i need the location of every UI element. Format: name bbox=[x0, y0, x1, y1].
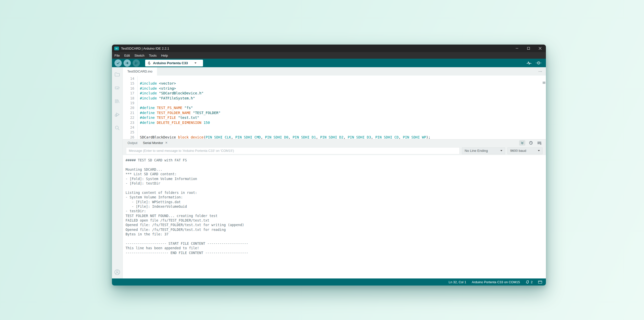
bell-icon bbox=[526, 280, 529, 284]
tab-output[interactable]: Output bbox=[126, 139, 139, 146]
usb-icon bbox=[148, 61, 151, 65]
chevron-down-icon bbox=[538, 150, 540, 151]
line-number: 18 bbox=[123, 96, 138, 101]
line-number: 23 bbox=[123, 120, 138, 125]
clear-output-icon bbox=[537, 141, 542, 145]
code-line[interactable]: 15#include <vector> bbox=[123, 81, 546, 86]
serial-plotter-button[interactable] bbox=[526, 61, 532, 65]
code-editor[interactable]: 14 15#include <vector>16#include <string… bbox=[123, 76, 546, 139]
code-line[interactable]: 23#define DELETE_FILE_DIMENSION 150 bbox=[123, 120, 546, 125]
code-line[interactable]: 21#define TEST_FOLDER_NAME "TEST_FOLDER" bbox=[123, 111, 546, 115]
sidebar-item-sketchbook[interactable] bbox=[114, 71, 120, 78]
serial-output-line: - System Volume Information: bbox=[126, 195, 546, 199]
board-port-status[interactable]: Arduino Portenta C33 on COM15 bbox=[472, 280, 520, 284]
close-button[interactable] bbox=[534, 45, 546, 52]
code-line[interactable]: 19 bbox=[123, 101, 546, 105]
code-line[interactable]: 17#include "SDCardBlockDevice.h" bbox=[123, 91, 546, 96]
activity-sidebar bbox=[112, 67, 123, 278]
sidebar-item-debug[interactable] bbox=[114, 111, 120, 118]
verify-icon bbox=[116, 61, 120, 65]
timestamp-toggle-button[interactable] bbox=[528, 140, 534, 146]
tab-serial-monitor[interactable]: Serial Monitor ✕ bbox=[141, 139, 169, 147]
editor-more-actions-button[interactable]: ⋯ bbox=[538, 67, 546, 76]
serial-monitor-icon bbox=[535, 61, 542, 65]
line-number: 14 bbox=[123, 76, 138, 81]
baud-rate-select[interactable]: 9600 baud bbox=[507, 147, 543, 154]
maximize-button[interactable] bbox=[523, 45, 534, 52]
serial-output-line: - [Fold]: testDir bbox=[126, 181, 546, 186]
menu-help[interactable]: Help bbox=[159, 52, 170, 59]
serial-message-input[interactable] bbox=[126, 147, 460, 154]
line-ending-value: No Line Ending bbox=[465, 149, 488, 153]
code-line[interactable]: 24 bbox=[123, 125, 546, 130]
serial-monitor-close-icon[interactable]: ✕ bbox=[165, 141, 168, 145]
sidebar-item-library-manager[interactable] bbox=[114, 98, 120, 104]
line-number: 17 bbox=[123, 91, 138, 96]
board-selector-label: Arduino Portenta C33 bbox=[153, 61, 188, 65]
serial-output-line bbox=[126, 162, 546, 167]
serial-output-line: -------------------- START FILE CONTENT … bbox=[126, 241, 546, 246]
code-line[interactable]: 20#define TEST_FS_NAME "fs" bbox=[123, 105, 546, 110]
line-number: 21 bbox=[123, 111, 138, 115]
arduino-ide-window: ∞ TestSDCARD | Arduino IDE 2.2.1 File Ed… bbox=[112, 45, 546, 286]
line-number: 22 bbox=[123, 115, 138, 120]
maximize-icon bbox=[527, 47, 530, 50]
menu-edit[interactable]: Edit bbox=[122, 52, 132, 59]
toggle-panel-button[interactable] bbox=[538, 280, 542, 284]
serial-monitor-output[interactable]: ##### TEST SD CARD with FAT FS Mounting … bbox=[123, 155, 546, 278]
account-button[interactable] bbox=[114, 269, 120, 275]
code-line[interactable]: 25 bbox=[123, 130, 546, 135]
serial-output-line bbox=[126, 186, 546, 190]
line-number: 24 bbox=[123, 125, 138, 130]
menu-sketch[interactable]: Sketch bbox=[132, 52, 147, 59]
serial-output-line: FAILED open file /fs/TEST_FOLDER/test.tx… bbox=[126, 218, 546, 223]
upload-button[interactable] bbox=[124, 59, 131, 67]
double-chevron-down-icon bbox=[520, 141, 524, 145]
search-icon bbox=[114, 125, 120, 131]
baud-rate-value: 9600 baud bbox=[510, 149, 526, 153]
minimize-button[interactable] bbox=[511, 45, 523, 52]
close-icon bbox=[539, 47, 542, 50]
sidebar-item-boards-manager[interactable] bbox=[114, 85, 120, 91]
serial-output-line: --------------------- END FILE CONTENT -… bbox=[126, 251, 546, 255]
scroll-to-bottom-button[interactable] bbox=[519, 140, 525, 146]
line-number: 26 bbox=[123, 135, 138, 139]
toggle-panel-icon bbox=[538, 280, 542, 284]
menu-tools[interactable]: Tools bbox=[147, 52, 159, 59]
serial-output-line: This line has been appended to file! bbox=[126, 246, 546, 250]
window-title: TestSDCARD | Arduino IDE 2.2.1 bbox=[121, 47, 169, 50]
serial-output-line: - [File]: IndexerVolumeGuid bbox=[126, 204, 546, 209]
menu-file[interactable]: File bbox=[112, 52, 122, 59]
folder-icon bbox=[114, 72, 120, 78]
library-manager-icon bbox=[114, 98, 120, 104]
serial-output-line: Listing content of folders in root: bbox=[126, 190, 546, 195]
sidebar-item-search[interactable] bbox=[114, 125, 120, 131]
code-line[interactable]: 14 bbox=[123, 76, 546, 81]
code-line[interactable]: 22#define TEST_FILE "test.txt" bbox=[123, 115, 546, 120]
notification-count: 2 bbox=[531, 280, 533, 284]
code-line[interactable]: 16#include <string> bbox=[123, 86, 546, 91]
cursor-position[interactable]: Ln 32, Col 1 bbox=[449, 280, 466, 284]
code-line[interactable]: 18#include "FATFileSystem.h" bbox=[123, 96, 546, 101]
serial-monitor-button[interactable] bbox=[535, 61, 542, 65]
serial-output-line: Bytes in the file: 37 bbox=[126, 232, 546, 236]
line-number: 19 bbox=[123, 101, 138, 105]
panel-tabstrip: Output Serial Monitor ✕ bbox=[123, 139, 546, 146]
line-number: 20 bbox=[123, 105, 138, 110]
code-lines: 14 15#include <vector>16#include <string… bbox=[123, 76, 546, 139]
code-line[interactable]: 26SDCardBlockDevice block_device(PIN_SDH… bbox=[123, 135, 546, 139]
notifications-button[interactable]: 2 bbox=[526, 280, 533, 284]
debug-button[interactable] bbox=[133, 59, 140, 67]
serial-output-line: Opened file: /fs/TEST_FOLDER/test.txt fo… bbox=[126, 227, 546, 232]
line-ending-select[interactable]: No Line Ending bbox=[462, 147, 505, 154]
editor-scrollbar-thumb[interactable] bbox=[543, 82, 545, 84]
serial-monitor-tab-label: Serial Monitor bbox=[143, 141, 163, 145]
debug-icon bbox=[134, 61, 138, 65]
arduino-logo-icon: ∞ bbox=[114, 47, 119, 50]
board-selector[interactable]: Arduino Portenta C33 bbox=[145, 60, 203, 66]
verify-button[interactable] bbox=[114, 59, 122, 67]
serial-output-line bbox=[126, 237, 546, 241]
tab-testsdcard-ino[interactable]: TestSDCARD.ino bbox=[123, 67, 157, 76]
clear-output-button[interactable] bbox=[536, 140, 542, 146]
serial-output-line: *** List SD CARD content: bbox=[126, 172, 546, 176]
